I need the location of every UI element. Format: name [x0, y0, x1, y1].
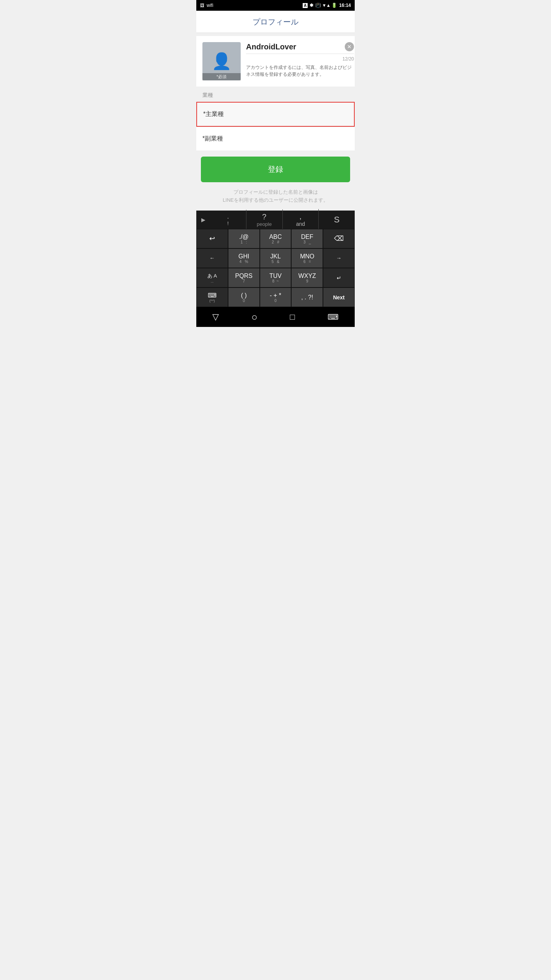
nav-home-button[interactable]: ○ — [251, 311, 258, 323]
profile-name-area: ✕ 12/20 アカウントを作成するには、写真、名前およびビジネス情報を登録する… — [246, 42, 354, 78]
kb-key-paren[interactable]: ( ) 0 — [228, 287, 260, 307]
avatar-required-label: *必須 — [202, 73, 241, 80]
kb-key-ghi[interactable]: GHI 4 % — [228, 248, 260, 268]
nav-recent-icon: □ — [290, 312, 295, 322]
keyboard: ↩ ./@ 1 : ABC 2 # DEF 3 _ ⌫ ← GHI 4 % JK… — [196, 229, 355, 307]
kb-row-1: ↩ ./@ 1 : ABC 2 # DEF 3 _ ⌫ — [196, 229, 355, 248]
nav-back-button[interactable]: ▽ — [212, 312, 219, 322]
name-input[interactable] — [246, 42, 345, 51]
photo-icon: 🖼 — [200, 3, 204, 8]
suggestion-question[interactable]: ? people — [246, 209, 283, 230]
avatar-icon: 👤 — [212, 53, 231, 69]
status-bar-right: A ✱ 📳 ▾ ▴ 🔋 16:14 — [303, 3, 351, 8]
kb-key-symbols[interactable]: - + * 0 — [260, 287, 292, 307]
kb-right-arrow[interactable]: → — [323, 248, 355, 268]
bluetooth-icon: ✱ — [310, 3, 313, 8]
sub-industry-field[interactable]: *副業種 — [196, 127, 355, 150]
wifi-icon: wifi — [207, 3, 213, 8]
return-icon: ↩ — [209, 234, 215, 243]
suggestion-comma[interactable]: , and — [283, 209, 319, 230]
suggestion-s[interactable]: S — [319, 212, 355, 228]
register-button[interactable]: 登録 — [201, 157, 350, 182]
profile-section: 👤 *必須 ✕ 12/20 アカウントを作成するには、写真、名前およびビジネス情… — [196, 36, 355, 87]
name-input-row: ✕ — [246, 42, 354, 54]
network-icon: ▴ — [327, 3, 329, 8]
page-header: プロフィール — [196, 11, 355, 33]
kb-enter[interactable]: ↵ — [323, 268, 355, 287]
kb-key-pqrs[interactable]: PQRS 7 — [228, 268, 260, 287]
kb-row-3: あ A ... PQRS 7 TUV 8 ~ WXYZ 9 ↵ — [196, 268, 355, 287]
kb-backspace[interactable]: ⌫ — [323, 229, 355, 248]
nav-keyboard-icon: ⌨ — [328, 312, 339, 322]
kb-key-abc[interactable]: ABC 2 # — [260, 229, 292, 248]
primary-industry-field[interactable]: *主業種 — [196, 102, 355, 127]
status-bar: 🖼 wifi A ✱ 📳 ▾ ▴ 🔋 16:14 — [196, 0, 355, 11]
kb-row-2: ← GHI 4 % JKL 5 & MNO 6 = → — [196, 248, 355, 268]
section-label: 業種 — [196, 87, 355, 102]
keyboard-suggestion-bar: ▶ . ! ? people , and S — [196, 211, 355, 229]
nav-home-icon: ○ — [251, 311, 258, 323]
kb-key-tuv[interactable]: TUV 8 ~ — [260, 268, 292, 287]
nav-recent-button[interactable]: □ — [290, 312, 295, 322]
footer-note: プロフィールに登録した名前と画像は LINEを利用する他のユーザーに公開されます… — [196, 188, 355, 211]
kb-lang-toggle[interactable]: あ A ... — [196, 268, 228, 287]
kb-left-arrow[interactable]: ← — [196, 248, 228, 268]
kb-row-4: ⌨ (^^) ( ) 0 - + * 0 , . ?! Next — [196, 287, 355, 307]
suggestion-expand-icon[interactable]: ▶ — [196, 211, 210, 229]
nav-bar: ▽ ○ □ ⌨ — [196, 307, 355, 327]
avatar[interactable]: 👤 *必須 — [202, 42, 241, 80]
keyboard-icon: ⌨ — [208, 292, 217, 299]
kb-key-punctuation[interactable]: , . ?! — [291, 287, 323, 307]
signal-icon: ▾ — [323, 3, 325, 8]
status-bar-left: 🖼 wifi — [200, 3, 213, 8]
primary-industry-label: *主業種 — [203, 111, 224, 117]
suggestion-dot-exclaim[interactable]: . ! — [210, 210, 246, 229]
kb-key-mno[interactable]: MNO 6 = — [291, 248, 323, 268]
clock: 16:14 — [339, 3, 351, 8]
nav-keyboard-button[interactable]: ⌨ — [328, 312, 339, 322]
kb-next-button[interactable]: Next — [323, 287, 355, 307]
kb-key-def[interactable]: DEF 3 _ — [291, 229, 323, 248]
kb-back-key[interactable]: ↩ — [196, 229, 228, 248]
page-title: プロフィール — [253, 18, 298, 26]
nav-back-icon: ▽ — [212, 312, 219, 322]
clear-button[interactable]: ✕ — [345, 42, 354, 51]
input-icon: A — [303, 3, 308, 8]
profile-description: アカウントを作成するには、写真、名前およびビジネス情報を登録する必要があります。 — [246, 64, 354, 78]
kb-key-jkl[interactable]: JKL 5 & — [260, 248, 292, 268]
suggestion-items: . ! ? people , and S — [210, 211, 355, 229]
char-count: 12/20 — [246, 56, 354, 62]
kb-key-at[interactable]: ./@ 1 : — [228, 229, 260, 248]
backspace-icon: ⌫ — [334, 234, 344, 243]
vibrate-icon: 📳 — [315, 3, 321, 8]
sub-industry-label: *副業種 — [202, 135, 223, 142]
battery-icon: 🔋 — [331, 3, 337, 8]
kb-keyboard-switch[interactable]: ⌨ (^^) — [196, 287, 228, 307]
kb-key-wxyz[interactable]: WXYZ 9 — [291, 268, 323, 287]
